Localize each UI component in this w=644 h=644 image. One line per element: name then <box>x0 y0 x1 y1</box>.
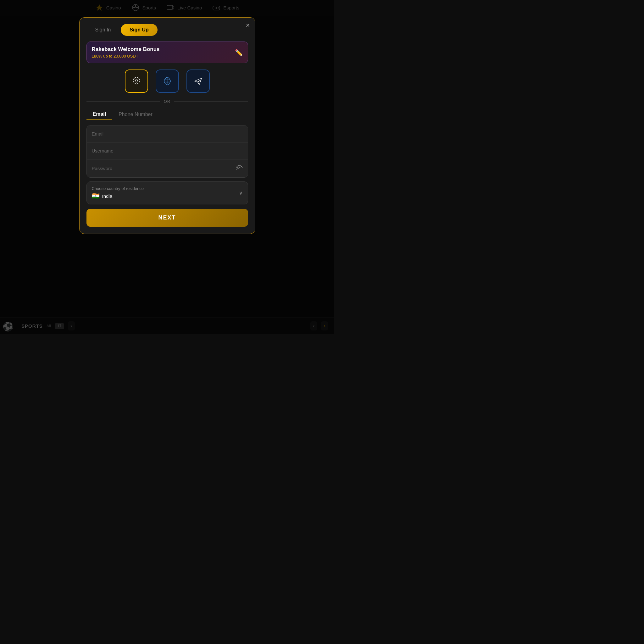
svg-point-8 <box>137 80 138 81</box>
wallet-login-button[interactable] <box>156 69 179 93</box>
country-flag: 🇮🇳 <box>92 192 100 200</box>
bonus-banner[interactable]: Rakeback Welcome Bonus 180% up to 20,000… <box>86 42 248 63</box>
password-field-container <box>87 159 248 177</box>
svg-point-7 <box>135 80 136 81</box>
fox-login-button[interactable] <box>125 69 148 93</box>
signup-tab[interactable]: Sign Up <box>121 24 157 36</box>
country-info: Choose country of residence 🇮🇳 India <box>92 186 144 200</box>
country-name: India <box>102 193 113 199</box>
next-button[interactable]: NEXT <box>86 209 248 227</box>
chevron-down-icon: ∨ <box>239 190 243 196</box>
country-selector[interactable]: Choose country of residence 🇮🇳 India ∨ <box>86 181 248 204</box>
signin-tab[interactable]: Sign In <box>86 24 120 36</box>
email-field-container <box>87 125 248 142</box>
bonus-edit-icon[interactable]: ✏️ <box>235 49 243 56</box>
input-method-tabs: Email Phone Number <box>86 109 248 120</box>
or-text: OR <box>164 99 171 104</box>
bonus-title: Rakeback Welcome Bonus <box>92 46 160 53</box>
or-line-right <box>174 101 248 102</box>
email-tab[interactable]: Email <box>86 109 113 120</box>
bonus-text: Rakeback Welcome Bonus 180% up to 20,000… <box>92 46 160 58</box>
social-buttons-row <box>86 69 248 93</box>
or-line-left <box>86 101 160 102</box>
phone-tab[interactable]: Phone Number <box>112 109 159 120</box>
or-divider: OR <box>86 99 248 104</box>
modal-overlay: × Sign In Sign Up Rakeback Welcome Bonus… <box>0 0 334 334</box>
password-toggle-icon[interactable] <box>236 165 243 172</box>
auth-tabs: Sign In Sign Up <box>86 24 248 36</box>
signup-modal: × Sign In Sign Up Rakeback Welcome Bonus… <box>79 17 255 234</box>
signup-form <box>86 125 248 178</box>
password-input[interactable] <box>92 166 233 171</box>
email-input[interactable] <box>92 131 243 136</box>
country-value: 🇮🇳 India <box>92 192 144 200</box>
telegram-login-button[interactable] <box>186 69 210 93</box>
country-label: Choose country of residence <box>92 186 144 191</box>
username-field-container <box>87 142 248 159</box>
username-input[interactable] <box>92 148 243 153</box>
bonus-subtitle: 180% up to 20,000 USDT <box>92 54 160 58</box>
close-button[interactable]: × <box>246 22 250 29</box>
